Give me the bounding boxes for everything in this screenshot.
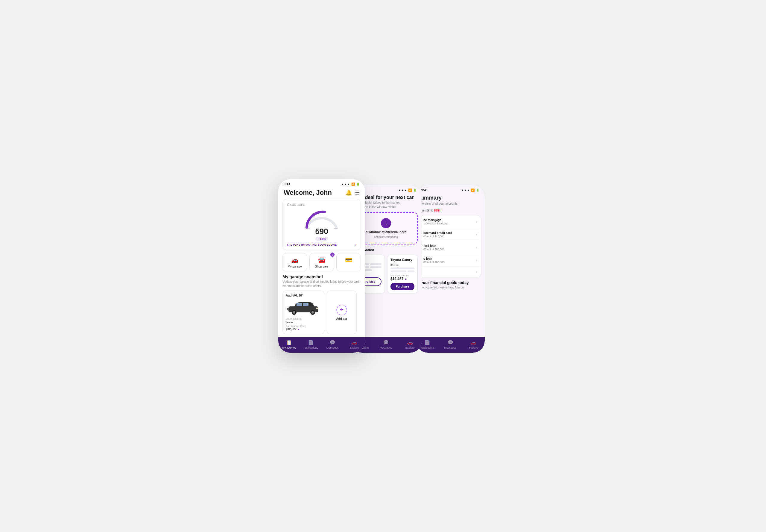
mpg-label: mpg	[394, 264, 399, 266]
credit-score-card: Credit score 200 400 590 ↓ 8 pts	[282, 199, 361, 250]
svg-rect-3	[297, 303, 302, 306]
header-icons: 🔔 ☰	[345, 189, 360, 196]
deal-car-name-2: Toyota Camry	[390, 258, 414, 262]
spec-bar-2c	[408, 270, 414, 272]
status-icons-1: ▲▲▲ 📶 🔋	[341, 183, 360, 186]
shop-cars-action[interactable]: 2 🚘 Shop cars	[309, 253, 334, 271]
garage-icon: 🚗	[291, 256, 299, 264]
score-number: 590	[315, 227, 328, 236]
messages-label-1: Messages	[326, 346, 339, 349]
cc-name: istercard credit card	[423, 231, 452, 235]
ford-chevron: ›	[476, 245, 477, 250]
time-3: 9:41	[421, 188, 428, 192]
goals-desc: you covered, here is how Atla can	[416, 285, 485, 290]
messages-icon-2: 💬	[383, 340, 389, 345]
market-label: Fair Market Price	[286, 325, 321, 328]
purchase-btn-2[interactable]: Purchase	[390, 283, 414, 290]
upload-sub: and start comparing	[374, 235, 398, 238]
messages-icon-3: 💬	[447, 340, 453, 345]
oloan-chevron: ›	[476, 258, 477, 262]
menu-icon[interactable]: ☰	[355, 189, 360, 196]
nav-messages-3[interactable]: 💬 Messages	[439, 340, 462, 349]
cc-info: istercard credit card 00 out of $15,000	[423, 231, 452, 238]
account-mortgage[interactable]: ne mortgage ,200 out of $440,000 ›	[420, 215, 481, 228]
goals-title: your financial goals today	[416, 277, 485, 285]
spec-bar-1d	[370, 266, 382, 268]
price-up-icon: ▲	[297, 328, 300, 331]
shop-cars-icon: 🚘	[318, 256, 326, 264]
audi-card[interactable]: Audi A6, 16'	[282, 291, 324, 334]
ford-detail: 00 out of $80,000	[423, 248, 444, 251]
account-ford-loan[interactable]: ford loan 00 out of $80,000 ›	[420, 241, 481, 254]
status-icons-2: ▲▲▲ 📶 🔋	[398, 189, 417, 192]
explore-label-1: Explore	[349, 346, 359, 349]
factors-chevron: ›	[355, 243, 356, 246]
status-bar-3: 9:41 ▲▲▲ 📶 🔋	[416, 185, 485, 193]
ford-info: ford loan 00 out of $80,000	[423, 244, 444, 251]
battery-icon: 🔋	[356, 183, 360, 186]
mortgage-name: ne mortgage	[423, 218, 448, 222]
battery-icon-3: 🔋	[476, 189, 479, 192]
oloan-info: o loan 00 out of $80,000	[423, 257, 444, 264]
account-more[interactable]: ›	[420, 267, 481, 277]
nav-explore-3[interactable]: 🚗 Explore	[462, 340, 485, 349]
svg-rect-9	[316, 308, 318, 309]
more-chevron: ›	[476, 270, 477, 274]
factors-link[interactable]: FACTORS IMPACTING YOUR SCORE ›	[287, 243, 356, 246]
nav-applications-1[interactable]: 📄 Applications	[300, 340, 322, 349]
svg-text:400: 400	[334, 228, 338, 229]
nav-my-journey[interactable]: 📋 My Journey	[278, 340, 300, 349]
deal-card-2: Toyota Camry 24 mpg Fair	[387, 255, 418, 294]
app-scene: 9:41 ▲▲▲ 📶 🔋 Welcome, John 🔔 ☰ Credit sc…	[269, 164, 497, 368]
account-o-loan[interactable]: o loan 00 out of $80,000 ›	[420, 254, 481, 267]
loan-value: $--.--	[286, 320, 321, 324]
card-action[interactable]: 💳	[336, 253, 361, 271]
nav-messages-2[interactable]: 💬 Messages	[374, 340, 398, 349]
wifi-icon: 📶	[351, 183, 355, 186]
account-credit-card[interactable]: istercard credit card 00 out of $15,000 …	[420, 228, 481, 241]
my-journey-label: My Journey	[282, 346, 296, 349]
bottom-nav-3: 📄 Applications 💬 Messages 🚗 Explore	[416, 337, 485, 353]
applications-label-3: Applications	[420, 346, 435, 349]
signal-icon: ▲▲▲	[341, 183, 350, 186]
bell-icon[interactable]: 🔔	[345, 189, 352, 196]
badge-dot: 2	[330, 253, 335, 257]
nav-explore-1[interactable]: 🚗 Explore	[344, 340, 365, 349]
svg-rect-10	[287, 308, 289, 310]
mpg-row: 24 mpg	[390, 263, 414, 266]
completion-status: HIGH	[434, 209, 441, 212]
messages-label-3: Messages	[444, 346, 456, 349]
oloan-detail: 00 out of $80,000	[423, 261, 444, 264]
cc-chevron: ›	[476, 232, 477, 237]
score-gauge: 200 400 590 ↓ 8 pts	[287, 208, 356, 241]
deal-price-label-2: Fair Market Price	[390, 274, 414, 277]
wifi-icon-3: 📶	[471, 189, 475, 192]
car-svg	[287, 300, 320, 315]
mortgage-info: ne mortgage ,200 out of $440,000	[423, 218, 448, 225]
mortgage-detail: ,200 out of $440,000	[423, 222, 448, 225]
svg-point-8	[311, 311, 314, 314]
price-value-2: $12,457	[390, 277, 403, 281]
add-car-card[interactable]: + Add car	[327, 291, 357, 334]
p3-desc: verview of all your accounts.	[416, 202, 485, 208]
car-image	[286, 299, 321, 315]
explore-icon-3: 🚗	[470, 340, 476, 345]
spec-row-4	[390, 267, 414, 269]
applications-label-1: Applications	[303, 346, 318, 349]
welcome-title: Welcome, John	[284, 189, 332, 197]
spec-row-5	[390, 270, 414, 272]
time-1: 9:41	[284, 182, 290, 186]
nav-messages-1[interactable]: 💬 Messages	[322, 340, 344, 349]
messages-label-2: Messages	[380, 346, 392, 349]
spec-bar-1b	[370, 263, 382, 265]
header-row: Welcome, John 🔔 ☰	[278, 187, 365, 199]
svg-text:200: 200	[306, 228, 310, 229]
garage-cards: Audi A6, 16'	[282, 291, 361, 334]
explore-label-2: Explore	[405, 346, 415, 349]
nav-explore-2[interactable]: 🚗 Explore	[398, 340, 422, 349]
svg-point-6	[293, 311, 295, 314]
score-badge: ↓ 8 pts	[315, 237, 328, 241]
garage-section-desc: Update your garage and connected loans t…	[278, 280, 365, 291]
upload-icon: ↓	[381, 218, 391, 228]
my-garage-action[interactable]: 🚗 My garage	[282, 253, 307, 271]
